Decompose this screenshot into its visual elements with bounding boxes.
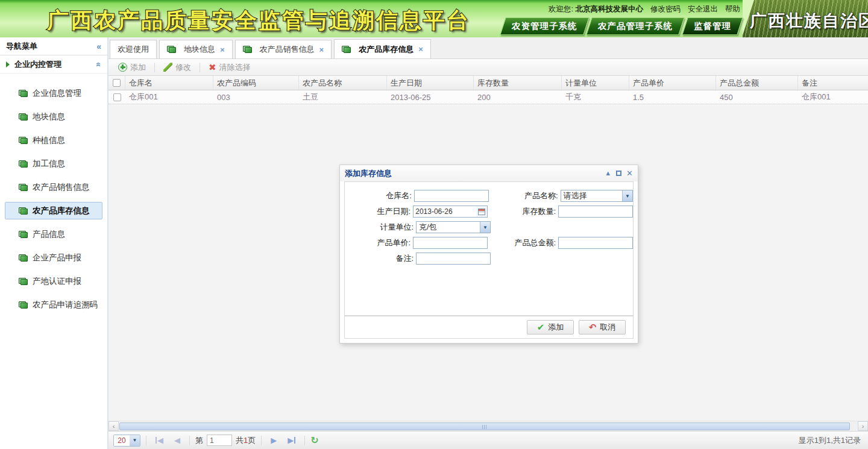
sidebar-item-plot-info[interactable]: 地块信息 [5, 108, 102, 125]
sidebar-item-product-declare[interactable]: 企业产品申报 [5, 249, 102, 266]
price-input[interactable] [413, 237, 488, 249]
column-header[interactable]: 库存数量 [474, 76, 562, 90]
close-icon[interactable]: × [220, 45, 225, 54]
sidebar-collapse-icon[interactable]: « [96, 42, 101, 51]
refresh-icon[interactable]: ↻ [310, 436, 318, 445]
sidebar-item-origin-cert[interactable]: 产地认证申报 [5, 272, 102, 290]
folder-icon [243, 46, 252, 53]
tab-inventory-info[interactable]: 农产品库存信息× [334, 39, 431, 58]
select-all-checkbox[interactable] [113, 79, 121, 87]
dialog-footer: ✔添加 ↶取消 [344, 316, 634, 339]
sidebar-item-inventory-info[interactable]: 农产品库存信息 [5, 202, 102, 219]
add-button[interactable]: 添加 [112, 61, 152, 74]
sidebar-item-product-info[interactable]: 产品信息 [5, 225, 102, 243]
clear-selection-button[interactable]: ✖清除选择 [203, 61, 257, 74]
nav-button-supervision[interactable]: 监督管理 [682, 17, 743, 35]
last-page-button[interactable]: ▶ [284, 436, 299, 445]
sidebar-title: 导航菜单 [6, 41, 37, 52]
folder-icon [19, 278, 28, 285]
page-size-select[interactable]: 20 ▼ [113, 435, 140, 447]
edit-button[interactable]: 修改 [157, 61, 197, 74]
warehouse-input[interactable] [414, 190, 489, 202]
product-select-value: 请选择 [561, 190, 623, 201]
sidebar-item-planting-info[interactable]: 种植信息 [5, 131, 102, 149]
add-inventory-dialog: 添加库存信息 ▲ ✕ 仓库名: 产品名称: 请选择 ▼ 生产日期: 库存数量: [339, 165, 638, 344]
product-name-select[interactable]: 请选择 ▼ [561, 190, 634, 202]
column-header[interactable]: 产品总金额 [716, 76, 798, 90]
maximize-icon[interactable] [616, 171, 621, 176]
cell-product-name: 土豆 [299, 90, 387, 104]
sidebar-item-enterprise-info[interactable]: 企业信息管理 [5, 84, 102, 102]
column-header[interactable]: 农产品名称 [299, 76, 387, 90]
grid-toolbar: 添加 修改 ✖清除选择 [108, 59, 868, 76]
total-amount-input[interactable] [558, 237, 633, 249]
sidebar-item-sales-info[interactable]: 农产品销售信息 [5, 178, 102, 196]
tab-sales-info[interactable]: 农产品销售信息× [235, 40, 332, 58]
tab-plot-info[interactable]: 地块信息× [159, 40, 233, 58]
remark-label: 备注: [348, 253, 414, 264]
column-header[interactable]: 计量单位 [562, 76, 629, 90]
pencil-icon [163, 63, 172, 72]
column-header[interactable]: 备注 [798, 76, 868, 90]
folder-icon [19, 90, 28, 97]
form-row: 备注: [345, 251, 633, 266]
toolbar-separator [154, 63, 155, 72]
dialog-cancel-button[interactable]: ↶取消 [579, 320, 626, 334]
form-row: 计量单位: 克/包 ▼ [345, 219, 633, 235]
close-icon[interactable]: × [319, 45, 324, 54]
pagination-separator [189, 436, 190, 445]
dialog-add-button[interactable]: ✔添加 [527, 320, 574, 334]
column-header[interactable]: 生产日期 [387, 76, 474, 90]
folder-icon [19, 254, 28, 262]
column-header[interactable]: 仓库名 [125, 76, 213, 90]
first-page-button[interactable]: ◀ [152, 436, 167, 445]
table-row[interactable]: 仓库001 003 土豆 2013-06-25 200 千克 1.5 450 仓… [108, 90, 868, 104]
close-icon[interactable]: ✕ [626, 170, 633, 177]
scroll-left-button[interactable]: ‹ [108, 421, 119, 431]
scroll-right-button[interactable]: › [858, 421, 868, 431]
chevron-down-icon: ▼ [130, 435, 140, 446]
page-number-input[interactable] [207, 435, 232, 446]
folder-icon [19, 301, 28, 309]
qty-input[interactable] [558, 206, 633, 218]
close-icon[interactable]: × [418, 45, 423, 54]
folder-icon [19, 231, 28, 238]
next-page-button[interactable]: ▶ [267, 436, 280, 445]
cell-total: 450 [716, 90, 798, 104]
chevron-down-icon: ▼ [622, 190, 632, 201]
chevron-down-icon: ▼ [480, 222, 490, 233]
help-link[interactable]: 帮助 [725, 4, 740, 14]
sidebar-item-trace-code[interactable]: 农产品申请追溯码 [5, 296, 102, 313]
column-header[interactable]: 农产品编码 [213, 76, 299, 90]
change-password-link[interactable]: 修改密码 [650, 4, 681, 14]
cell-price: 1.5 [629, 90, 716, 104]
row-checkbox[interactable] [113, 93, 121, 101]
folder-icon [342, 46, 351, 53]
sidebar-section-internal-control[interactable]: 企业内控管理 « [0, 55, 107, 74]
region-label: 广西壮族自治区 [750, 10, 868, 33]
scrollbar-track[interactable] [119, 422, 858, 431]
column-header[interactable]: 产品单价 [629, 76, 716, 90]
prod-date-field[interactable] [413, 206, 488, 218]
prev-page-button[interactable]: ◀ [171, 436, 184, 445]
remark-input[interactable] [416, 253, 491, 265]
cell-warehouse: 仓库001 [125, 90, 213, 104]
folder-icon [19, 137, 28, 144]
sidebar-item-processing-info[interactable]: 加工信息 [5, 155, 102, 172]
logout-link[interactable]: 安全退出 [688, 4, 718, 14]
nav-button-agri-materials[interactable]: 农资管理子系统 [500, 17, 589, 35]
dialog-titlebar[interactable]: 添加库存信息 ▲ ✕ [340, 165, 638, 181]
tab-welcome[interactable]: 欢迎使用 [110, 40, 157, 58]
folder-icon [19, 207, 28, 215]
form-row: 仓库名: 产品名称: 请选择 ▼ [345, 188, 633, 204]
scrollbar-thumb[interactable] [119, 422, 850, 430]
subsystem-nav: 农资管理子系统 农产品管理子系统 监督管理 [503, 17, 741, 35]
calendar-button[interactable] [476, 206, 487, 217]
toolbar-separator [200, 63, 200, 72]
nav-button-agri-products[interactable]: 农产品管理子系统 [586, 17, 684, 35]
section-collapse-icon[interactable]: « [96, 60, 101, 69]
collapse-icon[interactable]: ▲ [605, 170, 611, 177]
prod-date-input[interactable] [414, 206, 476, 217]
pagination-separator [146, 436, 146, 445]
unit-select[interactable]: 克/包 ▼ [416, 221, 491, 233]
